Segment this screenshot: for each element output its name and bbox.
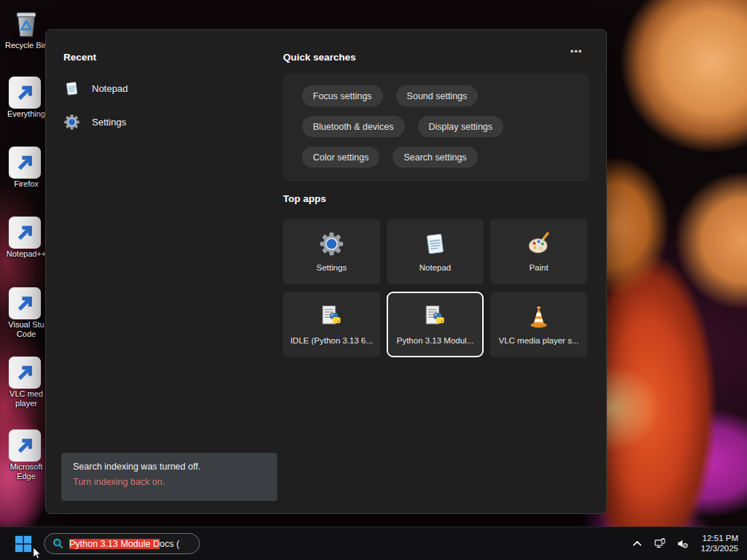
mouse-cursor [32,547,42,560]
taskbar: Python 3.13 Module Docs ( 12:51 PM 12/3/… [0,526,747,560]
desktop-icon-edge[interactable]: Microsoft Edge [3,429,50,481]
desktop-icon-label: Visual Stu Code [3,320,50,339]
search-text-selected: Python 3.13 Module D [69,539,160,549]
app-tile-settings[interactable]: Settings [283,219,380,284]
search-icon [52,537,64,550]
desktop-icon-firefox[interactable]: Firefox [3,146,50,189]
start-button[interactable] [12,533,34,555]
quick-search-pill[interactable]: Display settings [418,116,504,137]
desktop-icon-vlc[interactable]: VLC med player [3,356,50,408]
paint-palette-icon [526,231,551,257]
firefox-icon [10,146,42,178]
clock-time: 12:51 PM [701,534,738,544]
app-tile-label: Python 3.13 Modul... [397,336,473,345]
desktop-icon-label: Everything [3,109,50,119]
recent-section-title: Recent [63,52,96,63]
app-tile-python-module-docs[interactable]: Python 3.13 Modul... [387,292,484,357]
app-tile-label: VLC media player s... [499,336,579,345]
edge-icon [10,429,42,461]
desktop-icon-label: Recycle Bin [3,41,50,50]
desktop-icon-vscode[interactable]: Visual Stu Code [3,287,50,339]
app-tile-notepad[interactable]: Notepad [387,219,484,284]
top-apps-title: Top apps [283,193,326,204]
vlc-cone-icon [10,356,42,388]
desktop-icon-notepad-plus-plus[interactable]: Notepad++ [3,216,50,259]
tray-chevron-up-icon[interactable] [629,535,646,553]
quick-search-pill[interactable]: Focus settings [302,85,383,106]
quick-search-pill[interactable]: Color settings [302,147,379,168]
desktop-icon-everything[interactable]: Everything [3,76,50,119]
desktop-icon-label: Microsoft Edge [3,462,50,481]
quick-search-pill[interactable]: Sound settings [396,85,479,106]
vscode-icon [10,287,42,319]
notepad-plus-plus-icon [10,216,42,248]
recent-item-notepad[interactable]: Notepad [63,76,268,101]
indexing-notice: Search indexing was turned off. Turn ind… [61,453,277,501]
turn-indexing-on-link[interactable]: Turn indexing back on. [73,476,266,489]
shortcut-arrow-icon [9,429,41,462]
shortcut-arrow-icon [9,217,41,249]
settings-gear-icon [319,231,344,257]
shortcut-arrow-icon [9,77,41,109]
app-tile-label: Notepad [419,263,451,272]
shortcut-arrow-icon [9,287,41,319]
quick-search-pill[interactable]: Search settings [392,147,477,168]
app-tile-paint[interactable]: Paint [490,219,587,284]
search-flyout-panel: Recent Notepad Settings Quick searches •… [45,29,607,514]
desktop-icon-recycle-bin[interactable]: Recycle Bin [3,7,50,50]
recycle-bin-icon [10,7,42,39]
clock-date: 12/3/2025 [701,544,738,554]
app-tile-label: Settings [317,263,347,272]
taskbar-clock[interactable]: 12:51 PM 12/3/2025 [701,534,738,553]
desktop-icon-label: VLC med player [3,389,50,408]
python-doc-icon [422,304,448,330]
desktop-icon-label: Notepad++ [3,249,50,259]
app-tile-label: Paint [529,263,548,272]
quick-search-pill[interactable]: Bluetooth & devices [302,116,405,137]
search-input-text: Python 3.13 Module Docs ( [69,539,179,549]
recent-item-label: Settings [92,117,126,128]
app-tile-vlc-skinned[interactable]: VLC media player s... [490,292,587,357]
windows-logo-icon [15,535,32,553]
desktop-icon-label: Firefox [3,179,50,189]
top-apps-grid: Settings Notepad Paint IDLE (Python 3.13… [283,219,587,357]
everything-search-icon [10,76,42,108]
app-tile-label: IDLE (Python 3.13 6... [290,336,373,345]
more-options-icon[interactable]: ••• [565,46,587,61]
notepad-icon [63,80,80,97]
shortcut-arrow-icon [9,147,41,179]
recent-item-settings[interactable]: Settings [63,109,268,134]
network-icon[interactable] [651,535,669,553]
app-tile-idle-python[interactable]: IDLE (Python 3.13 6... [283,292,380,357]
system-tray: 12:51 PM 12/3/2025 [629,534,747,553]
quick-searches-title: Quick searches [283,52,356,63]
search-text-rest: ocs ( [160,539,179,549]
indexing-notice-message: Search indexing was turned off. [73,461,266,473]
recent-item-label: Notepad [92,83,128,94]
vlc-cone-icon [526,304,551,330]
taskbar-search-box[interactable]: Python 3.13 Module Docs ( [44,533,200,554]
volume-muted-icon[interactable] [674,535,692,553]
settings-gear-icon [63,114,80,131]
quick-searches-card: Focus settings Sound settings Bluetooth … [283,74,589,181]
notepad-icon [422,231,448,257]
python-doc-icon [319,304,344,330]
shortcut-arrow-icon [9,357,41,389]
